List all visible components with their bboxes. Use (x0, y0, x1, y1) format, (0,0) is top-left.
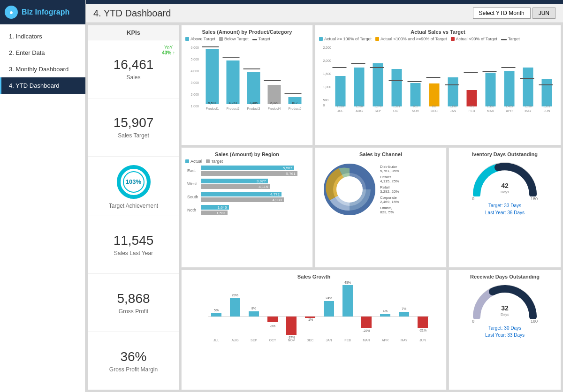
svg-point-84 (336, 176, 363, 203)
north-actual-bar: 1,646 (201, 205, 229, 210)
legend-above-label: Above Target (190, 37, 215, 41)
lr2 (206, 159, 210, 163)
actual-sales-chart: 2,500 2,000 1,500 1,000 500 0 1,210 1,55… (319, 43, 557, 116)
header-controls: Select YTD Month JUN (473, 8, 556, 19)
l4-label: Target (508, 37, 520, 41)
sidebar-item-enter-data[interactable]: 2. Enter Data (0, 45, 85, 61)
sidebar: ● Biz Infograph 1. Indicators 2. Enter D… (0, 0, 86, 392)
south-actual-bar: 4,772 (201, 192, 282, 196)
region-south-label: South (187, 195, 201, 199)
east-target-bar: 5,761 (201, 171, 297, 176)
l1 (319, 37, 323, 41)
west-target-val: 4,115 (259, 185, 268, 189)
kpi-last-year: 11,545 Sales Last Year (88, 216, 179, 274)
kpi-yoy: YoY43% ↑ (162, 45, 175, 55)
gauge-range-labels: 0 180 (472, 196, 538, 201)
svg-text:0: 0 (323, 104, 325, 107)
svg-text:32: 32 (501, 304, 509, 312)
svg-rect-68 (542, 79, 552, 106)
inventory-card: Iventory Days Outstanding 42 Days 0 18 (449, 147, 561, 268)
actual-sales-legend: Actual >= 100% of Target Actual <100% an… (319, 37, 520, 41)
receivable-min: 0 (472, 319, 474, 324)
svg-text:Product2: Product2 (226, 107, 239, 110)
receivable-title: Receivale Days Outstanding (453, 274, 557, 279)
lr2-label: Target (211, 159, 223, 164)
kpi-gross-margin-label: Gross Profit Margin (109, 366, 158, 373)
kpi-header: KPIs (88, 25, 179, 40)
kpi-last-year-value: 11,545 (114, 233, 154, 248)
svg-text:775: 775 (469, 105, 474, 108)
l3-label: Actual <90% of Target (456, 37, 497, 41)
main-content: 4. YTD Dashboard Select YTD Month JUN KP… (86, 0, 563, 392)
selected-month-button[interactable]: JUN (533, 8, 555, 19)
receivable-gauge-svg: 32 Days (472, 281, 538, 319)
svg-text:JUL: JUL (213, 339, 220, 342)
kpi-sales: 16,461 YoY43% ↑ Sales (88, 40, 179, 98)
east-actual-bar: 5,567 (201, 166, 294, 170)
inventory-gauge: 42 Days 0 180 (472, 159, 538, 201)
sidebar-item-indicators[interactable]: 1. Indicators (0, 28, 85, 45)
svg-text:JUN: JUN (419, 339, 426, 342)
select-ytd-month-button[interactable]: Select YTD Month (473, 8, 531, 19)
svg-text:5,000: 5,000 (191, 58, 199, 61)
sidebar-item-ytd[interactable]: 4. YTD Dashboard (0, 77, 85, 94)
west-target-bar: 4,115 (201, 184, 270, 189)
legend-target-label: Target (259, 37, 270, 41)
legend-below-dot (219, 37, 223, 41)
svg-rect-121 (418, 317, 428, 328)
svg-text:1,000: 1,000 (191, 105, 199, 108)
l3 (451, 37, 455, 41)
kpi-gross-profit-value: 5,868 (117, 291, 150, 306)
south-target-val: 4,938 (272, 198, 282, 202)
west-actual-bar: 3,977 (201, 179, 268, 183)
west-actual-val: 3,977 (257, 179, 266, 183)
svg-rect-47 (411, 83, 421, 106)
svg-text:4,000: 4,000 (191, 69, 199, 73)
legend-target-dot (252, 39, 257, 40)
svg-text:-1%: -1% (307, 318, 313, 321)
svg-text:957: 957 (432, 105, 437, 108)
inventory-last-year: Last Year: 36 Days (485, 210, 525, 215)
svg-rect-56 (467, 90, 477, 106)
sales-region-legend: Actual Target (185, 159, 223, 164)
sidebar-nav: 1. Indicators 2. Enter Data 3. Monthly D… (0, 24, 85, 98)
svg-text:DEC: DEC (431, 109, 438, 113)
legend-target: Target (252, 37, 270, 41)
channel-distributor: Distributor5,761, 35% (380, 165, 442, 173)
svg-text:6,000: 6,000 (191, 46, 199, 49)
legend-target-r: Target (206, 159, 223, 164)
sidebar-item-monthly[interactable]: 3. Monthly Dashboard (0, 61, 85, 77)
svg-text:Product1: Product1 (205, 107, 219, 110)
region-west-bars: 3,977 4,115 (201, 179, 307, 189)
svg-text:3,405: 3,405 (250, 101, 258, 105)
receivable-max: 180 (531, 319, 538, 324)
legend-actual-r: Actual (185, 159, 202, 164)
svg-text:1,455: 1,455 (506, 105, 513, 108)
channel-online: Online,823, 5% (380, 206, 442, 214)
svg-text:2,500: 2,500 (323, 46, 332, 49)
kpi-sales-value: 16,461 (114, 57, 154, 72)
region-south: South 4,772 4,938 (187, 192, 307, 202)
north-actual-val: 1,646 (217, 205, 227, 210)
svg-text:AUG: AUG (231, 339, 238, 342)
svg-rect-109 (342, 285, 353, 317)
svg-text:FEB: FEB (344, 339, 351, 342)
kpi-sales-target-label: Sales Target (118, 132, 149, 139)
svg-text:1,000: 1,000 (323, 85, 332, 89)
lr1 (185, 159, 189, 163)
svg-text:-22%: -22% (363, 329, 370, 332)
north-target-val: 1,591 (216, 211, 226, 215)
kpi-gross-margin: 36% Gross Profit Margin (88, 332, 179, 390)
svg-rect-94 (249, 311, 259, 317)
svg-text:MAR: MAR (487, 109, 495, 113)
legend-actual-above: Actual >= 100% of Target (319, 37, 372, 41)
dashboard-grid: KPIs 16,461 YoY43% ↑ Sales 15,907 Sales … (86, 23, 563, 392)
svg-text:Days: Days (501, 190, 509, 194)
svg-text:1,210: 1,210 (337, 105, 344, 108)
top-bar (86, 0, 563, 4)
svg-rect-100 (286, 317, 297, 335)
svg-rect-97 (267, 317, 278, 322)
legend-actual-red: Actual <90% of Target (451, 37, 497, 41)
svg-text:JAN: JAN (450, 109, 456, 113)
svg-text:JAN: JAN (326, 339, 332, 342)
